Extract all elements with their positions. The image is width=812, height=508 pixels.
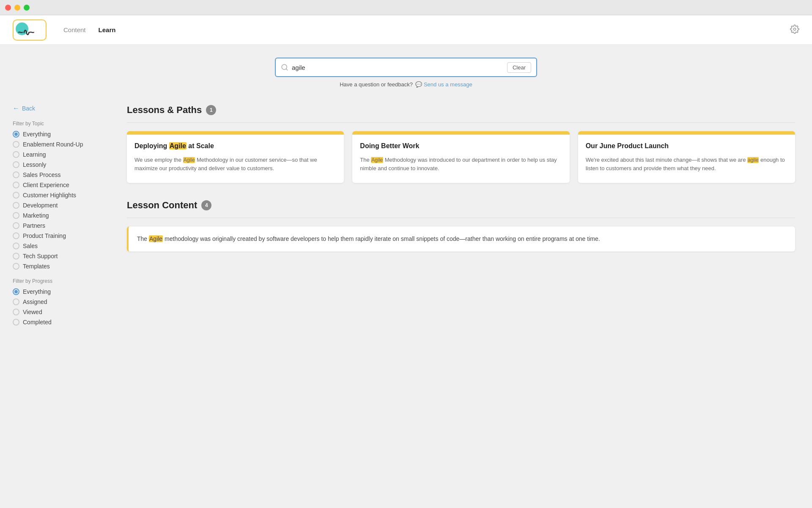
radio-button xyxy=(13,298,19,305)
card-top-bar xyxy=(578,131,795,135)
maximize-button[interactable] xyxy=(24,5,30,11)
radio-button xyxy=(13,309,19,315)
main-nav: Content Learn xyxy=(63,26,790,33)
search-area: Clear Have a question or feedback? 💬 Sen… xyxy=(0,45,812,96)
card-title: Deploying Agile at Scale xyxy=(134,142,336,150)
card-body: Our June Product Launch We're excited ab… xyxy=(578,135,795,183)
filter-label: Templates xyxy=(23,263,50,270)
topic-filter-item[interactable]: Templates xyxy=(13,263,106,270)
progress-filter-item[interactable]: Assigned xyxy=(13,298,106,305)
topic-filter-section: Filter by Topic Everything Enablement Ro… xyxy=(13,121,106,270)
lesson-content-title: Lesson Content xyxy=(127,200,197,211)
filter-label: Client Experience xyxy=(23,182,69,188)
back-arrow-icon: ← xyxy=(13,105,19,112)
filter-label: Lessonly xyxy=(23,161,46,168)
topic-filter-item[interactable]: Product Training xyxy=(13,232,106,239)
card-title: Our June Product Launch xyxy=(586,142,787,150)
send-message-link[interactable]: 💬 Send us a message xyxy=(415,81,472,88)
topic-filter-item[interactable]: Sales xyxy=(13,243,106,249)
radio-button xyxy=(13,182,19,188)
topic-filter-list: Everything Enablement Round-Up Learning … xyxy=(13,131,106,270)
filter-label: Everything xyxy=(23,131,51,138)
highlight-small: agile xyxy=(747,157,759,163)
radio-button xyxy=(13,171,19,178)
progress-filter-section: Filter by Progress Everything Assigned V… xyxy=(13,278,106,326)
filter-topic-label: Filter by Topic xyxy=(13,121,106,127)
radio-button xyxy=(13,192,19,199)
filter-label: Sales Process xyxy=(23,171,60,178)
filter-label: Marketing xyxy=(23,212,49,219)
send-message-label: Send us a message xyxy=(424,81,472,88)
titlebar xyxy=(0,0,812,15)
card-body: Deploying Agile at Scale We use employ t… xyxy=(127,135,344,183)
topic-filter-item[interactable]: Sales Process xyxy=(13,171,106,178)
logo-box: ~∿~ xyxy=(13,19,47,41)
search-box: Clear xyxy=(275,58,537,77)
topic-filter-item[interactable]: Everything xyxy=(13,131,106,138)
chat-icon: 💬 xyxy=(415,81,422,88)
topic-filter-item[interactable]: Learning xyxy=(13,151,106,158)
lessons-paths-title: Lessons & Paths xyxy=(127,105,202,116)
topic-filter-item[interactable]: Development xyxy=(13,202,106,209)
back-button[interactable]: ← Back xyxy=(13,105,35,112)
card-body: Doing Better Work The Agile Methodology … xyxy=(352,135,569,183)
radio-button xyxy=(13,253,19,260)
topic-filter-item[interactable]: Tech Support xyxy=(13,253,106,260)
topic-filter-item[interactable]: Lessonly xyxy=(13,161,106,168)
cards-grid: Deploying Agile at Scale We use employ t… xyxy=(127,131,795,183)
filter-label: Assigned xyxy=(23,298,47,305)
filter-label: Sales xyxy=(23,243,38,249)
close-button[interactable] xyxy=(5,5,11,11)
topic-filter-item[interactable]: Partners xyxy=(13,222,106,229)
topic-filter-item[interactable]: Enablement Round-Up xyxy=(13,141,106,148)
lesson-card[interactable]: Doing Better Work The Agile Methodology … xyxy=(352,131,569,183)
highlight-small: Agile xyxy=(371,157,383,163)
header: ~∿~ Content Learn xyxy=(0,15,812,45)
progress-filter-item[interactable]: Completed xyxy=(13,319,106,326)
filter-label: Learning xyxy=(23,151,46,158)
card-text: We use employ the Agile Methodology in o… xyxy=(134,156,336,173)
topic-filter-item[interactable]: Client Experience xyxy=(13,182,106,188)
highlight: Agile xyxy=(169,142,187,149)
radio-button xyxy=(13,212,19,219)
lesson-content-divider xyxy=(127,218,795,218)
filter-label: Product Training xyxy=(23,232,66,239)
lessons-paths-divider xyxy=(127,122,795,123)
progress-filter-item[interactable]: Everything xyxy=(13,288,106,295)
card-top-bar xyxy=(127,131,344,135)
topic-filter-item[interactable]: Customer Highlights xyxy=(13,192,106,199)
nav-content[interactable]: Content xyxy=(63,26,86,33)
lesson-card[interactable]: Our June Product Launch We're excited ab… xyxy=(578,131,795,183)
progress-filter-item[interactable]: Viewed xyxy=(13,309,106,315)
lesson-card[interactable]: Deploying Agile at Scale We use employ t… xyxy=(127,131,344,183)
card-top-bar xyxy=(352,131,569,135)
nav-learn[interactable]: Learn xyxy=(99,26,116,33)
filter-label: Customer Highlights xyxy=(23,192,76,199)
feedback-row: Have a question or feedback? 💬 Send us a… xyxy=(340,81,472,88)
highlight-small: Agile xyxy=(183,157,195,163)
minimize-button[interactable] xyxy=(14,5,20,11)
search-input[interactable] xyxy=(292,64,507,71)
topic-filter-item[interactable]: Marketing xyxy=(13,212,106,219)
lesson-item[interactable]: The Agile methodology was originally cre… xyxy=(127,226,795,251)
search-icon xyxy=(281,64,288,71)
progress-filter-list: Everything Assigned Viewed Completed xyxy=(13,288,106,326)
radio-button xyxy=(13,161,19,168)
card-text: We're excited about this last minute cha… xyxy=(586,156,787,173)
feedback-text: Have a question or feedback? xyxy=(340,81,413,88)
radio-button xyxy=(13,319,19,326)
filter-label: Tech Support xyxy=(23,253,58,260)
back-label: Back xyxy=(22,105,35,112)
filter-label: Enablement Round-Up xyxy=(23,141,83,148)
lesson-content-section: Lesson Content 4 The Agile methodology w… xyxy=(127,200,795,251)
logo[interactable]: ~∿~ xyxy=(13,19,47,41)
radio-button xyxy=(13,151,19,158)
filter-progress-label: Filter by Progress xyxy=(13,278,106,284)
settings-icon[interactable] xyxy=(790,25,799,35)
filter-label: Viewed xyxy=(23,309,42,315)
main-layout: ← Back Filter by Topic Everything Enable… xyxy=(0,96,812,508)
filter-label: Development xyxy=(23,202,58,209)
filter-label: Completed xyxy=(23,319,52,326)
clear-button[interactable]: Clear xyxy=(507,62,531,73)
card-title: Doing Better Work xyxy=(360,142,562,150)
